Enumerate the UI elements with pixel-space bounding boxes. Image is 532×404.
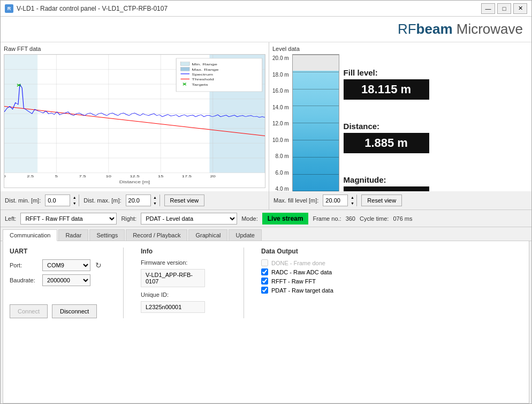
left-reset-button[interactable]: Reset view (164, 194, 205, 206)
magnitude-group: Magnitude: 81.30 dB (344, 175, 528, 192)
output-done: DONE - Frame done (261, 259, 333, 266)
gauge-gridline (293, 55, 339, 55)
controls-panels: Dist. min. [m]: ▲ ▼ Dist. max. [m]: ▲ ▼ … (1, 191, 531, 210)
output-done-checkbox[interactable] (261, 259, 268, 266)
minimize-button[interactable]: — (481, 3, 495, 14)
data-output-section: Data Output DONE - Frame done RADC - Raw… (261, 248, 333, 318)
left-select[interactable]: RFFT - Raw FFT data (20, 213, 117, 225)
cycle-value: 076 ms (393, 215, 412, 222)
dist-min-field[interactable] (45, 195, 70, 206)
output-radc: RADC - Raw ADC data (261, 268, 333, 275)
brand-logo: RFbeam Microwave (398, 21, 523, 38)
svg-rect-29 (181, 67, 190, 71)
output-rfft-checkbox[interactable] (261, 278, 268, 285)
tabs-bar: Communication Radar Settings Record / Pl… (1, 227, 531, 241)
baudrate-row: Baudrate: 2000000 (10, 274, 106, 286)
distance-label: Distance: (344, 122, 528, 131)
gauge-label-4: 4.0 m (276, 186, 289, 191)
firmware-value: V-LD1_APP-RFB-0107 (141, 269, 205, 287)
baudrate-select[interactable]: 2000000 (42, 274, 90, 286)
tab-communication[interactable]: Communication (3, 229, 57, 241)
divider-2 (244, 248, 244, 318)
info-title: Info (141, 248, 226, 255)
svg-text:✕: ✕ (182, 82, 187, 87)
right-select[interactable]: PDAT - Level data (141, 213, 237, 225)
close-button[interactable]: ✕ (513, 3, 527, 14)
output-radc-checkbox[interactable] (261, 268, 268, 275)
main-content: Raw FFT data (1, 42, 531, 191)
gauge-label-12: 12.0 m (272, 121, 289, 126)
maximize-button[interactable]: □ (497, 3, 511, 14)
fft-chart: 120 100 80 60 40 20 0 ✕ Min. Ran (4, 54, 265, 188)
dist-max-down[interactable]: ▼ (151, 200, 159, 206)
dist-max-input[interactable]: ▲ ▼ (126, 194, 160, 206)
svg-text:10: 10 (106, 175, 112, 178)
fill-level-label: Fill level: (344, 68, 528, 77)
dist-min-input[interactable]: ▲ ▼ (45, 194, 79, 206)
port-label: Port: (10, 262, 39, 268)
distance-value: 1.885 m (344, 133, 429, 153)
gauge-label-20: 20.0 m (272, 55, 289, 61)
left-select-label: Left: (5, 215, 16, 222)
dist-max-field[interactable] (126, 195, 150, 206)
title-bar: R V-LD1 - Radar control panel - V-LD1_CT… (1, 1, 531, 17)
bottom-controls: Left: RFFT - Raw FFT data Right: PDAT - … (1, 210, 531, 227)
distance-group: Distance: 1.885 m (344, 122, 528, 153)
max-fill-input[interactable]: ▲ ▼ (323, 194, 357, 206)
mode-label: Mode: (241, 215, 258, 222)
refresh-icon[interactable]: ↻ (94, 260, 103, 270)
firmware-row: Firmware version: (141, 259, 226, 266)
dist-min-up[interactable]: ▲ (70, 194, 79, 200)
svg-text:Threshold: Threshold (192, 78, 214, 81)
svg-text:17.5: 17.5 (182, 175, 192, 178)
tab-content: UART Port: COM9 ↻ Baudrate: 2000000 Co (3, 241, 529, 403)
gauge-label-16: 16.0 m (272, 88, 289, 94)
tab-record-playback[interactable]: Record / Playback (126, 229, 187, 241)
right-controls: Max. fill level [m]: ▲ ▼ Reset view (269, 191, 531, 210)
output-rfft: RFFT - Raw FFT (261, 278, 333, 285)
tab-graphical[interactable]: Graphical (188, 229, 227, 241)
gauge-label-14: 14.0 m (272, 104, 289, 110)
svg-text:Distance [m]: Distance [m] (119, 179, 150, 184)
tab-settings[interactable]: Settings (89, 229, 125, 241)
cycle-label: Cycle time: (360, 215, 389, 222)
svg-text:Min. Range: Min. Range (192, 62, 217, 66)
left-panel: Raw FFT data (1, 42, 269, 191)
tab-radar[interactable]: Radar (58, 229, 88, 241)
svg-text:20: 20 (210, 175, 216, 178)
right-select-label: Right: (121, 215, 136, 222)
uart-section: UART Port: COM9 ↻ Baudrate: 2000000 Co (10, 248, 106, 318)
max-fill-down[interactable]: ▼ (348, 200, 356, 206)
communication-section: UART Port: COM9 ↻ Baudrate: 2000000 Co (10, 248, 522, 318)
gauge-container: 20.0 m 18.0 m 16.0 m 14.0 m 12.0 m 10.0 … (272, 54, 339, 191)
svg-text:✕: ✕ (16, 83, 22, 87)
uid-row: Unique ID: (141, 291, 226, 298)
max-fill-field[interactable] (323, 195, 347, 206)
right-panel: Level data 20.0 m 18.0 m 16.0 m 14.0 m 1… (269, 42, 531, 191)
gauge-label-6: 6.0 m (276, 170, 289, 176)
uid-value: L2325n00001 (141, 301, 205, 313)
port-row: Port: COM9 ↻ (10, 259, 106, 271)
right-reset-button[interactable]: Reset view (361, 194, 402, 206)
left-panel-title: Raw FFT data (4, 46, 265, 52)
connect-button[interactable]: Connect (10, 304, 48, 318)
disconnect-button[interactable]: Disconnect (52, 304, 97, 318)
uart-title: UART (10, 248, 106, 255)
brand-bar: RFbeam Microwave (1, 17, 531, 42)
data-output-title: Data Output (261, 248, 333, 255)
gauge-label-8: 8.0 m (276, 153, 289, 159)
output-pdat: PDAT - Raw target data (261, 287, 333, 294)
max-fill-up[interactable]: ▲ (348, 194, 356, 200)
uid-label: Unique ID: (141, 291, 169, 298)
tab-update[interactable]: Update (229, 229, 261, 241)
dist-min-down[interactable]: ▼ (70, 200, 79, 206)
baudrate-label: Baudrate: (10, 277, 39, 283)
magnitude-label: Magnitude: (344, 175, 528, 184)
dist-max-up[interactable]: ▲ (151, 194, 159, 200)
svg-text:2.5: 2.5 (27, 175, 34, 178)
fft-chart-svg: 120 100 80 60 40 20 0 ✕ Min. Ran (4, 55, 265, 188)
output-pdat-checkbox[interactable] (261, 287, 268, 294)
main-window: R V-LD1 - Radar control panel - V-LD1_CT… (0, 0, 532, 404)
port-select[interactable]: COM9 (42, 259, 90, 271)
fill-level-value: 18.115 m (344, 79, 429, 100)
